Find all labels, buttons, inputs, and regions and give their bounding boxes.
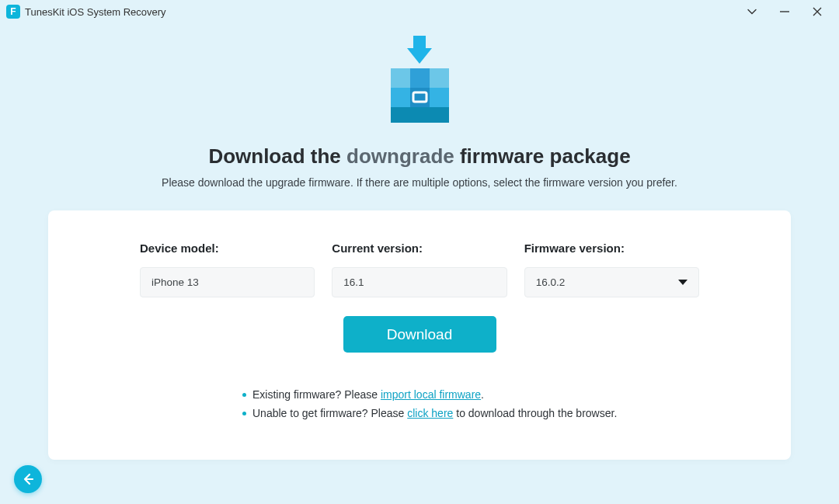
chevron-down-icon[interactable] [743, 2, 761, 21]
title-emphasis: downgrade [346, 144, 454, 168]
arrow-left-icon [20, 471, 36, 487]
svg-rect-1 [413, 36, 426, 50]
device-model-field: Device model: iPhone 13 [140, 242, 315, 297]
current-version-label: Current version: [332, 242, 507, 255]
current-version-field: Current version: 16.1 [332, 242, 507, 297]
import-local-firmware-link[interactable]: import local firmware [381, 388, 481, 401]
hint-text: Unable to get firmware? Please click her… [252, 407, 617, 419]
svg-rect-7 [430, 88, 449, 107]
app-logo-icon: F [6, 5, 20, 19]
chevron-down-icon [678, 280, 688, 285]
click-here-link[interactable]: click here [407, 407, 453, 419]
hints: Existing firmware? Please import local f… [140, 388, 699, 419]
device-model-value: iPhone 13 [140, 267, 315, 297]
hint-unable-pre: Unable to get firmware? Please [252, 407, 407, 419]
fields-row: Device model: iPhone 13 Current version:… [140, 242, 699, 297]
download-package-icon [388, 34, 451, 130]
current-version-text: 16.1 [343, 276, 364, 288]
hint-existing-firmware: Existing firmware? Please import local f… [242, 388, 699, 401]
device-model-label: Device model: [140, 242, 315, 255]
download-button[interactable]: Download [343, 316, 496, 353]
svg-rect-8 [391, 107, 410, 123]
hint-unable-post: to download through the browser. [453, 407, 617, 419]
firmware-version-select[interactable]: 16.0.2 [524, 267, 699, 297]
current-version-value: 16.1 [332, 267, 507, 297]
svg-rect-10 [430, 107, 449, 123]
svg-rect-9 [410, 107, 430, 123]
close-icon[interactable] [808, 2, 827, 21]
firmware-version-label: Firmware version: [524, 242, 699, 255]
hint-existing-post: . [481, 388, 484, 401]
bullet-icon [242, 393, 246, 397]
titlebar-left: F TunesKit iOS System Recovery [6, 5, 166, 19]
svg-rect-5 [391, 88, 410, 107]
firmware-version-text: 16.0.2 [536, 276, 566, 288]
page-subtitle: Please download the upgrade firmware. If… [0, 176, 839, 189]
title-post: firmware package [454, 144, 631, 168]
minimize-icon[interactable] [775, 2, 794, 21]
hero: Download the downgrade firmware package … [0, 23, 839, 189]
bullet-icon [242, 412, 246, 415]
app-title: TunesKit iOS System Recovery [25, 6, 166, 18]
titlebar: F TunesKit iOS System Recovery [0, 0, 839, 23]
device-model-text: iPhone 13 [151, 276, 199, 288]
hint-existing-pre: Existing firmware? Please [252, 388, 381, 401]
firmware-card: Device model: iPhone 13 Current version:… [48, 210, 791, 460]
svg-rect-3 [410, 68, 430, 88]
hint-text: Existing firmware? Please import local f… [252, 388, 484, 401]
svg-rect-2 [391, 68, 410, 88]
svg-rect-4 [430, 68, 449, 88]
page-title: Download the downgrade firmware package [0, 144, 839, 169]
hint-unable-firmware: Unable to get firmware? Please click her… [242, 407, 699, 419]
back-button[interactable] [14, 465, 42, 493]
firmware-version-field: Firmware version: 16.0.2 [524, 242, 699, 297]
title-pre: Download the [208, 144, 346, 168]
window-controls [743, 2, 833, 21]
